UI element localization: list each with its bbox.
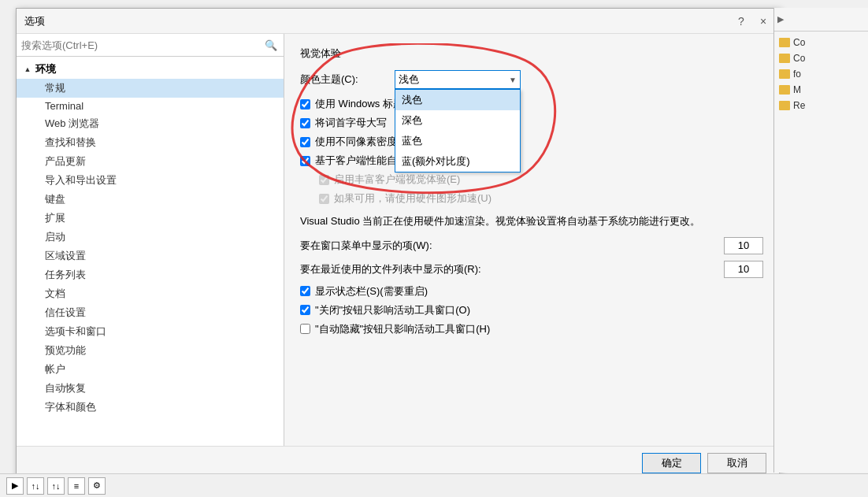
title-controls: ? × — [733, 13, 771, 29]
tree-item-0[interactable]: 常规 — [17, 79, 284, 98]
options-dialog: 选项 ? × 🔍 ▲ 环境 常规 Terminal — [16, 8, 780, 480]
bottom-bar: ▶ ↑↓ ↑↓ ≡ ⚙ — [0, 473, 868, 497]
checkbox-3[interactable] — [300, 156, 310, 166]
sidebar-collapse-icon[interactable]: ▶ — [777, 14, 784, 24]
tree-item-9[interactable]: 区域设置 — [17, 247, 284, 265]
field-label-1: 要在最近使用的文件列表中显示的项(R): — [300, 262, 724, 276]
checkbox-1[interactable] — [300, 118, 310, 128]
title-bar: 选项 ? × — [17, 9, 779, 34]
tree-item-13[interactable]: 选项卡和窗口 — [17, 322, 284, 341]
checkbox-row-1: 将词首字母大写 — [300, 116, 763, 130]
sub-checkbox-row-1: 如果可用，请使用硬件图形加速(U) — [319, 191, 763, 206]
bottom-btn-0[interactable]: ▶ — [6, 477, 24, 495]
search-input[interactable] — [21, 39, 263, 51]
dropdown-select[interactable]: 浅色 ▼ — [395, 70, 521, 89]
tree-item-17[interactable]: 字体和颜色 — [17, 398, 284, 417]
section-label: 环境 — [35, 62, 56, 76]
dropdown-item-0[interactable]: 浅色 — [395, 90, 520, 110]
checkbox-label-1: 将词首字母大写 — [315, 116, 387, 130]
sub-checkbox-label-0: 启用丰富客户端视觉体验(E) — [334, 172, 460, 187]
sidebar-item-0[interactable]: Co — [774, 35, 868, 50]
tree-item-10[interactable]: 任务列表 — [17, 265, 284, 284]
sidebar-item-1[interactable]: Co — [774, 50, 868, 66]
dialog-body: 🔍 ▲ 环境 常规 Terminal Web 浏览器 查找和替换 产品更新 导入… — [17, 34, 779, 446]
close-button[interactable]: × — [755, 13, 771, 29]
folder-icon-0 — [779, 38, 790, 47]
folder-icon-1 — [779, 54, 790, 63]
right-sidebar: ▶ Co Co fo M Re — [773, 8, 868, 473]
tree-section-header[interactable]: ▲ 环境 — [17, 60, 284, 79]
color-theme-dropdown[interactable]: 浅色 ▼ 浅色 深色 蓝色 蓝(额外对比度) — [395, 70, 521, 89]
field-row-0: 要在窗口菜单中显示的项(W): — [300, 237, 763, 254]
bottom-checkbox-2[interactable] — [300, 324, 310, 334]
tree-item-2[interactable]: Web 浏览器 — [17, 114, 284, 133]
tree-item-16[interactable]: 自动恢复 — [17, 379, 284, 398]
sidebar-item-3[interactable]: M — [774, 82, 868, 98]
folder-icon-4 — [779, 101, 790, 110]
checkbox-0[interactable] — [300, 99, 310, 109]
expand-icon: ▲ — [21, 63, 34, 76]
checkbox-row-2: 使用不同像素密度的监视器(需要重启) — [300, 135, 763, 149]
tree-item-5[interactable]: 导入和导出设置 — [17, 171, 284, 190]
tree-item-8[interactable]: 启动 — [17, 228, 284, 247]
tree-item-6[interactable]: 键盘 — [17, 190, 284, 209]
dropdown-menu: 浅色 深色 蓝色 蓝(额外对比度) — [395, 89, 521, 172]
sub-checkbox-0[interactable] — [319, 175, 329, 185]
field-row-1: 要在最近使用的文件列表中显示的项(R): — [300, 261, 763, 278]
section-title: 视觉体验 — [300, 46, 763, 61]
tree-item-12[interactable]: 信任设置 — [17, 303, 284, 322]
left-panel: 🔍 ▲ 环境 常规 Terminal Web 浏览器 查找和替换 产品更新 导入… — [17, 34, 284, 446]
bottom-checkbox-label-1: "关闭"按钮只影响活动工具窗口(O) — [315, 303, 470, 317]
tree-item-1[interactable]: Terminal — [17, 98, 284, 114]
folder-icon-2 — [779, 69, 790, 79]
field-input-1[interactable] — [724, 261, 763, 278]
sidebar-item-2[interactable]: fo — [774, 66, 868, 82]
bottom-btn-2[interactable]: ↑↓ — [47, 477, 65, 495]
sub-checkbox-label-1: 如果可用，请使用硬件图形加速(U) — [334, 191, 491, 206]
tree-item-4[interactable]: 产品更新 — [17, 152, 284, 171]
bottom-btn-4[interactable]: ⚙ — [88, 477, 106, 495]
checkbox-row-3: 基于客户端性能自动调整视觉体验 — [300, 154, 763, 168]
checkbox-2[interactable] — [300, 137, 310, 147]
cancel-button[interactable]: 取消 — [707, 453, 766, 473]
tree-item-3[interactable]: 查找和替换 — [17, 133, 284, 152]
tree-item-15[interactable]: 帐户 — [17, 360, 284, 379]
bottom-checkbox-0[interactable] — [300, 286, 310, 296]
info-text: Visual Studio 当前正在使用硬件加速渲染。视觉体验设置将自动基于系统… — [300, 213, 725, 229]
dropdown-item-1[interactable]: 深色 — [395, 110, 520, 131]
bottom-checkbox-1[interactable] — [300, 305, 310, 315]
tree-area: ▲ 环境 常规 Terminal Web 浏览器 查找和替换 产品更新 导入和导… — [17, 57, 284, 446]
color-theme-row: 颜色主题(C): 浅色 ▼ 浅色 深色 蓝色 蓝(额外对比度) — [300, 70, 763, 89]
sidebar-items: Co Co fo M Re — [774, 32, 868, 117]
color-theme-label: 颜色主题(C): — [300, 72, 395, 87]
folder-icon-3 — [779, 85, 790, 95]
bottom-checkbox-row-2: "自动隐藏"按钮只影响活动工具窗口(H) — [300, 322, 763, 336]
bottom-btn-1[interactable]: ↑↓ — [27, 477, 44, 495]
search-icon[interactable]: 🔍 — [263, 37, 279, 53]
tree-item-7[interactable]: 扩展 — [17, 209, 284, 228]
help-button[interactable]: ? — [733, 13, 749, 29]
search-box: 🔍 — [17, 34, 284, 57]
bottom-checkbox-row-0: 显示状态栏(S)(需要重启) — [300, 284, 763, 299]
field-input-0[interactable] — [724, 237, 763, 254]
dropdown-item-3[interactable]: 蓝(额外对比度) — [395, 151, 520, 172]
dropdown-arrow-icon: ▼ — [509, 76, 517, 84]
sub-checkbox-1[interactable] — [319, 194, 329, 204]
tree-item-14[interactable]: 预览功能 — [17, 341, 284, 360]
dropdown-value: 浅色 — [399, 72, 419, 87]
checkbox-row-0: 使用 Windows 标题栏和边框 — [300, 97, 763, 111]
sub-checkbox-row-0: 启用丰富客户端视觉体验(E) — [319, 172, 763, 187]
dropdown-item-2[interactable]: 蓝色 — [395, 131, 520, 151]
right-panel: 视觉体验 颜色主题(C): 浅色 ▼ 浅色 深色 蓝色 蓝(额外对比度) — [284, 34, 779, 446]
ok-button[interactable]: 确定 — [642, 453, 701, 473]
bottom-checkbox-label-0: 显示状态栏(S)(需要重启) — [315, 284, 428, 299]
bottom-btn-3[interactable]: ≡ — [68, 477, 85, 495]
bottom-checkbox-label-2: "自动隐藏"按钮只影响活动工具窗口(H) — [315, 322, 490, 336]
tree-item-11[interactable]: 文档 — [17, 284, 284, 303]
bottom-checkbox-row-1: "关闭"按钮只影响活动工具窗口(O) — [300, 303, 763, 317]
field-label-0: 要在窗口菜单中显示的项(W): — [300, 239, 724, 253]
dialog-title: 选项 — [24, 14, 45, 28]
sidebar-item-4[interactable]: Re — [774, 98, 868, 113]
